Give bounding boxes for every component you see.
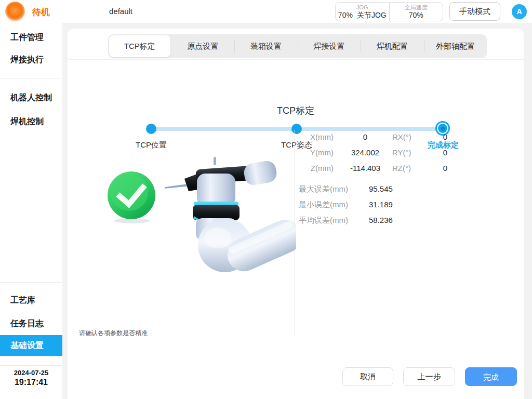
user-avatar[interactable]: A	[512, 4, 527, 19]
wizard-footer-buttons: 取消 上一步 完成	[342, 367, 517, 386]
jog-mode-value: 关节JOG	[357, 11, 387, 19]
tab-tcp-calibration[interactable]: TCP标定	[109, 35, 170, 57]
z-label: Z(mm)	[295, 164, 334, 172]
current-date: 2024-07-25	[0, 369, 62, 377]
main-content-card: TCP标定 原点设置 装箱设置 焊接设置 焊机配置 外部轴配置 TCP标定 TC…	[68, 29, 524, 399]
step-dot-tcp-position[interactable]	[146, 124, 156, 134]
robot-status-label: 待机	[32, 6, 50, 18]
z-value: -114.403	[337, 164, 393, 172]
global-speed-label: 全局速度	[405, 4, 428, 11]
top-header: 待机 default JOG 70% 关节JOG 全局速度 70% 手动模式 A	[0, 0, 532, 23]
sidebar: 工件管理 焊接执行 机器人控制 焊机控制 工艺库 任务日志 基础设置 2024-…	[0, 23, 62, 399]
sidebar-datetime: 2024-07-25 19:17:41	[0, 369, 62, 387]
sidebar-divider	[0, 282, 62, 283]
confirm-parameters-hint: 请确认各项参数是否精准	[79, 329, 148, 338]
sidebar-divider	[0, 78, 62, 78]
pose-row-y: Y(mm) 324.002 RY(°) 0	[295, 145, 524, 161]
sidebar-item-basic-settings[interactable]: 基础设置	[0, 335, 62, 356]
sidebar-item-task-log[interactable]: 任务日志	[0, 314, 62, 333]
max-error-value: 95.545	[369, 184, 393, 193]
jog-mode-section[interactable]: JOG 70% 关节JOG	[336, 3, 389, 21]
tab-boxing-settings[interactable]: 装箱设置	[234, 34, 298, 58]
previous-step-button[interactable]: 上一步	[403, 367, 455, 386]
robot-status-icon[interactable]	[5, 2, 25, 21]
tabbar-bottom-border	[68, 59, 524, 60]
y-value: 324.002	[337, 148, 393, 157]
rz-value: 0	[425, 164, 465, 172]
sidebar-item-welder-control[interactable]: 焊机控制	[0, 112, 62, 131]
min-error-row: 最小误差(mm) 31.189	[295, 197, 524, 213]
tab-welding-settings[interactable]: 焊接设置	[298, 34, 361, 58]
ry-value: 0	[425, 148, 465, 157]
pose-row-z: Z(mm) -114.403 RZ(°) 0	[295, 161, 524, 177]
x-label: X(mm)	[295, 132, 334, 141]
success-check-icon	[106, 170, 158, 224]
current-time: 19:17:41	[0, 378, 62, 387]
sidebar-item-robot-control[interactable]: 机器人控制	[0, 88, 62, 107]
step-label-tcp-position: TCP位置	[110, 140, 193, 150]
x-value: 0	[337, 132, 393, 141]
pose-row-x: X(mm) 0 RX(°) 0	[295, 130, 524, 145]
manual-mode-button[interactable]: 手动模式	[449, 2, 500, 21]
tab-origin-settings[interactable]: 原点设置	[171, 34, 235, 58]
max-error-row: 最大误差(mm) 95.545	[295, 182, 524, 197]
avg-error-label: 平均误差(mm)	[299, 216, 348, 225]
min-error-label: 最小误差(mm)	[299, 200, 348, 210]
tab-welder-config[interactable]: 焊机配置	[361, 34, 424, 58]
finish-button[interactable]: 完成	[465, 367, 517, 386]
sidebar-item-welding-execution[interactable]: 焊接执行	[0, 50, 62, 69]
ry-label: RY(°)	[392, 148, 429, 157]
sidebar-divider	[0, 365, 62, 366]
project-name: default	[109, 7, 132, 16]
avg-error-row: 平均误差(mm) 58.236	[295, 213, 524, 229]
settings-tabbar: TCP标定 原点设置 装箱设置 焊接设置 焊机配置 外部轴配置	[108, 34, 487, 58]
global-speed-value: 70%	[409, 11, 423, 19]
y-label: Y(mm)	[295, 148, 334, 157]
jog-speed-value: 70%	[338, 11, 353, 19]
rx-value: 0	[425, 132, 465, 141]
rz-label: RZ(°)	[392, 164, 429, 172]
global-speed-section[interactable]: 全局速度 70%	[389, 3, 443, 21]
cancel-button[interactable]: 取消	[342, 367, 393, 386]
sidebar-item-workpiece-management[interactable]: 工件管理	[0, 28, 62, 47]
tab-external-axis-config[interactable]: 外部轴配置	[424, 34, 487, 58]
sidebar-item-process-library[interactable]: 工艺库	[0, 291, 62, 310]
jog-label: JOG	[356, 4, 368, 11]
min-error-value: 31.189	[369, 200, 393, 209]
jog-settings-box[interactable]: JOG 70% 关节JOG 全局速度 70%	[335, 2, 443, 21]
max-error-label: 最大误差(mm)	[299, 184, 348, 194]
rx-label: RX(°)	[392, 132, 429, 141]
avg-error-value: 58.236	[369, 216, 393, 224]
robot-arm-image	[164, 156, 296, 278]
wizard-title: TCP标定	[68, 104, 524, 117]
